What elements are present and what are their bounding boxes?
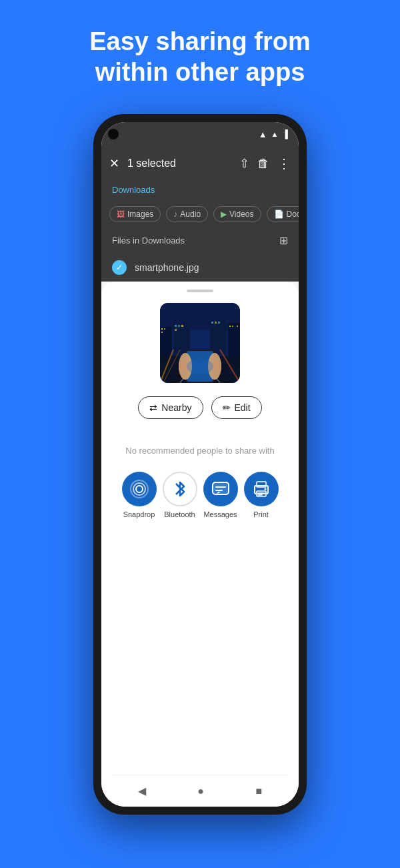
svg-rect-30 — [179, 362, 187, 366]
preview-image-svg — [160, 303, 240, 383]
nearby-icon: ⇄ — [149, 402, 157, 413]
signal-icon: ▲ — [271, 130, 279, 138]
svg-rect-3 — [160, 326, 172, 356]
docs-icon: 📄 — [274, 209, 284, 219]
messages-label: Messages — [203, 510, 237, 518]
print-icon — [244, 472, 279, 506]
images-label: Images — [127, 209, 153, 219]
bluetooth-icon — [163, 472, 197, 506]
file-checkbox[interactable]: ✓ — [112, 260, 127, 275]
edit-label: Edit — [235, 402, 251, 413]
no-recommendations: No recommended people to share with — [125, 446, 274, 456]
snapdrop-label: Snapdrop — [123, 510, 155, 518]
videos-icon: ▶ — [221, 209, 227, 219]
svg-rect-17 — [211, 322, 213, 324]
audio-label: Audio — [180, 209, 201, 219]
print-label: Print — [253, 510, 269, 518]
svg-rect-32 — [213, 362, 221, 366]
svg-rect-6 — [161, 332, 163, 333]
bottom-sheet: ⇄ Nearby ✏ Edit No recommended people to… — [101, 282, 299, 807]
phone-frame: ▲ ▲ ▐ ✕ 1 selected ⇧ 🗑 ⋮ Downloads — [93, 114, 307, 815]
recent-button[interactable]: ■ — [256, 785, 263, 797]
file-list-title: Files in Downloads — [112, 236, 185, 246]
svg-point-35 — [136, 486, 143, 492]
svg-rect-12 — [175, 325, 177, 327]
nearby-button[interactable]: ⇄ Nearby — [138, 396, 203, 419]
file-name: smartphone.jpg — [135, 262, 199, 273]
svg-rect-7 — [228, 323, 240, 356]
phone-container: ▲ ▲ ▐ ✕ 1 selected ⇧ 🗑 ⋮ Downloads — [0, 107, 400, 815]
svg-rect-14 — [181, 325, 183, 327]
videos-label: Videos — [229, 209, 253, 219]
snapdrop-app[interactable]: Snapdrop — [122, 472, 157, 518]
breadcrumb: Downloads — [101, 181, 299, 201]
delete-icon[interactable]: 🗑 — [257, 157, 269, 171]
page-title: Easy sharing from within other apps — [0, 0, 400, 107]
close-button[interactable]: ✕ — [109, 156, 119, 171]
svg-rect-33 — [213, 367, 221, 371]
svg-rect-5 — [164, 328, 165, 330]
edit-button[interactable]: ✏ Edit — [211, 396, 262, 419]
svg-rect-10 — [237, 326, 238, 327]
check-icon: ✓ — [116, 263, 123, 272]
wifi-icon: ▲ — [259, 129, 267, 139]
app-bar: ✕ 1 selected ⇧ 🗑 ⋮ — [101, 146, 299, 181]
audio-tab[interactable]: ♪ Audio — [166, 206, 208, 222]
navigation-bar: ◀ ● ■ — [112, 775, 288, 807]
breadcrumb-text: Downloads — [112, 185, 155, 195]
docs-tab[interactable]: 📄 Doc — [267, 206, 299, 222]
bluetooth-app[interactable]: Bluetooth — [163, 472, 197, 518]
share-icon[interactable]: ⇧ — [239, 156, 249, 171]
print-app[interactable]: Print — [244, 472, 279, 518]
page-background: Easy sharing from within other apps ▲ ▲ … — [0, 0, 400, 868]
audio-icon: ♪ — [173, 209, 177, 219]
nearby-label: Nearby — [161, 402, 191, 413]
images-icon: 🖼 — [117, 209, 125, 219]
svg-rect-38 — [213, 482, 229, 494]
share-apps-grid: Snapdrop Bluetooth — [112, 472, 288, 529]
videos-tab[interactable]: ▶ Videos — [213, 206, 261, 222]
home-button[interactable]: ● — [197, 785, 204, 797]
back-button[interactable]: ◀ — [138, 785, 146, 797]
status-bar: ▲ ▲ ▐ — [101, 122, 299, 146]
svg-rect-8 — [229, 326, 231, 327]
messages-icon — [203, 472, 238, 506]
action-buttons: ⇄ Nearby ✏ Edit — [138, 396, 261, 419]
phone-screen: ▲ ▲ ▐ ✕ 1 selected ⇧ 🗑 ⋮ Downloads — [101, 122, 299, 807]
sheet-handle — [187, 290, 213, 292]
snapdrop-icon — [122, 472, 157, 506]
file-item[interactable]: ✓ smartphone.jpg — [101, 254, 299, 282]
docs-label: Doc — [287, 209, 299, 219]
svg-point-46 — [264, 488, 266, 490]
messages-app[interactable]: Messages — [203, 472, 238, 518]
filter-tabs: 🖼 Images ♪ Audio ▶ Videos 📄 Doc — [101, 201, 299, 228]
selection-count: 1 selected — [127, 157, 231, 169]
svg-rect-4 — [161, 328, 163, 330]
svg-rect-13 — [178, 325, 180, 327]
svg-point-34 — [187, 358, 213, 374]
svg-rect-18 — [215, 322, 217, 324]
battery-icon: ▐ — [282, 129, 288, 139]
grid-view-icon[interactable]: ⊞ — [279, 234, 288, 247]
image-preview — [160, 303, 240, 383]
svg-rect-31 — [179, 367, 187, 371]
svg-rect-15 — [175, 329, 177, 331]
file-list-header: Files in Downloads ⊞ — [101, 228, 299, 254]
svg-rect-9 — [232, 326, 233, 327]
bluetooth-label: Bluetooth — [164, 510, 195, 518]
svg-point-36 — [133, 483, 145, 495]
images-tab[interactable]: 🖼 Images — [109, 206, 161, 222]
svg-rect-19 — [218, 322, 220, 324]
edit-icon: ✏ — [223, 402, 231, 413]
more-icon[interactable]: ⋮ — [277, 155, 291, 171]
